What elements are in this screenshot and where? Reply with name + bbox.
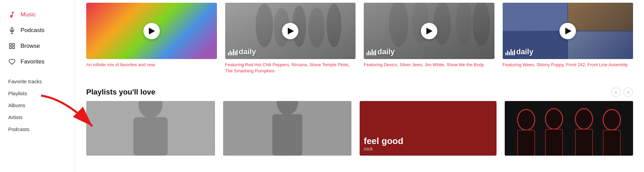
svg-rect-3 bbox=[10, 44, 12, 46]
card-daily2-desc: Featuring Devics, Silver Jews, Jim White… bbox=[364, 62, 494, 68]
daily-label-2: daily bbox=[366, 47, 395, 56]
daily-label-1: daily bbox=[228, 47, 256, 56]
svg-rect-5 bbox=[10, 47, 12, 49]
nav-arrows: ‹ › bbox=[611, 87, 633, 97]
sidebar-item-podcasts[interactable]: Podcasts bbox=[0, 23, 75, 38]
svg-point-13 bbox=[326, 4, 341, 47]
play-button[interactable] bbox=[143, 23, 160, 39]
grid-icon bbox=[8, 42, 16, 50]
sidebar: Music Podcasts Browse bbox=[0, 0, 75, 172]
sidebar-sub-albums[interactable]: Albums bbox=[0, 99, 75, 111]
card-daily1-desc: Featuring Red Hot Chili Peppers, Nirvana… bbox=[225, 62, 356, 74]
card-infinite-image[interactable] bbox=[86, 3, 217, 59]
sidebar-item-favorites-label: Favorites bbox=[21, 58, 44, 65]
svg-point-35 bbox=[545, 109, 562, 129]
prev-arrow[interactable]: ‹ bbox=[611, 87, 621, 97]
svg-rect-39 bbox=[575, 129, 592, 156]
daily-bars-3 bbox=[505, 48, 515, 55]
daily-bars-1 bbox=[228, 48, 237, 55]
card-daily3-image[interactable]: daily bbox=[503, 3, 633, 59]
svg-point-9 bbox=[256, 4, 273, 47]
card-daily3-desc: Featuring Ween, Skinny Puppy, Front 242,… bbox=[503, 62, 633, 68]
sidebar-item-browse-label: Browse bbox=[21, 43, 40, 49]
feel-good-title: feel good bbox=[364, 136, 492, 146]
svg-rect-36 bbox=[545, 129, 562, 156]
sidebar-sub-artists[interactable]: Artists bbox=[0, 111, 75, 123]
top-cards-section: An infinite mix of favorites and new bbox=[75, 0, 644, 82]
svg-rect-6 bbox=[13, 47, 15, 49]
sidebar-divider bbox=[0, 72, 75, 73]
card-daily3: daily Featuring Ween, Skinny Puppy, Fron… bbox=[503, 3, 633, 82]
svg-point-32 bbox=[517, 110, 534, 130]
svg-point-29 bbox=[285, 120, 300, 156]
svg-point-41 bbox=[603, 110, 620, 130]
microphone-icon bbox=[8, 27, 16, 34]
svg-point-38 bbox=[575, 109, 592, 129]
svg-point-19 bbox=[473, 3, 490, 46]
main-content: An infinite mix of favorites and new bbox=[75, 0, 644, 172]
daily-label-3: daily bbox=[505, 47, 533, 56]
next-arrow[interactable]: › bbox=[623, 87, 633, 97]
bottom-cards-section: feel good rock bbox=[75, 101, 644, 156]
sidebar-sub-favorite-tracks[interactable]: Favorite tracks bbox=[0, 75, 75, 87]
playlists-section-title: Playlists you'll love bbox=[86, 88, 155, 97]
music-note-icon bbox=[8, 11, 16, 18]
heart-icon bbox=[8, 58, 16, 66]
feel-good-subtitle: rock bbox=[364, 146, 492, 152]
play-button-daily1[interactable] bbox=[282, 23, 298, 39]
card-infinite-desc: An infinite mix of favorites and new bbox=[86, 62, 217, 68]
sidebar-item-music[interactable]: Music bbox=[0, 7, 75, 23]
bottom-card-2[interactable] bbox=[223, 101, 352, 156]
card-daily1: daily Featuring Red Hot Chili Peppers, N… bbox=[225, 3, 356, 82]
bottom-card-band[interactable] bbox=[505, 101, 633, 156]
card-daily2: daily Featuring Devics, Silver Jews, Jim… bbox=[364, 3, 494, 82]
svg-point-17 bbox=[433, 3, 451, 45]
svg-point-12 bbox=[308, 8, 324, 47]
sidebar-item-music-label: Music bbox=[21, 11, 36, 18]
bottom-card-1[interactable] bbox=[86, 101, 215, 156]
svg-rect-0 bbox=[11, 28, 13, 31]
svg-rect-4 bbox=[13, 44, 15, 46]
svg-rect-42 bbox=[603, 130, 620, 156]
play-button-daily3[interactable] bbox=[559, 23, 576, 39]
sidebar-item-browse[interactable]: Browse bbox=[0, 38, 75, 54]
svg-rect-33 bbox=[517, 130, 534, 156]
playlists-section-header: Playlists you'll love ‹ › bbox=[75, 82, 644, 101]
daily-bars-2 bbox=[366, 48, 376, 55]
card-infinite-mix: An infinite mix of favorites and new bbox=[86, 3, 217, 82]
sidebar-item-podcasts-label: Podcasts bbox=[21, 27, 44, 34]
sidebar-sub-podcasts[interactable]: Podcasts bbox=[0, 123, 75, 135]
play-button-daily2[interactable] bbox=[421, 23, 437, 39]
svg-point-24 bbox=[146, 121, 163, 156]
card-daily2-image[interactable]: daily bbox=[364, 3, 494, 59]
bottom-card-feel-good[interactable]: feel good rock bbox=[360, 101, 497, 156]
sidebar-sub-playlists[interactable]: Playlists bbox=[0, 87, 75, 99]
sidebar-item-favorites[interactable]: Favorites bbox=[0, 54, 75, 70]
card-daily1-image[interactable]: daily bbox=[225, 3, 356, 59]
